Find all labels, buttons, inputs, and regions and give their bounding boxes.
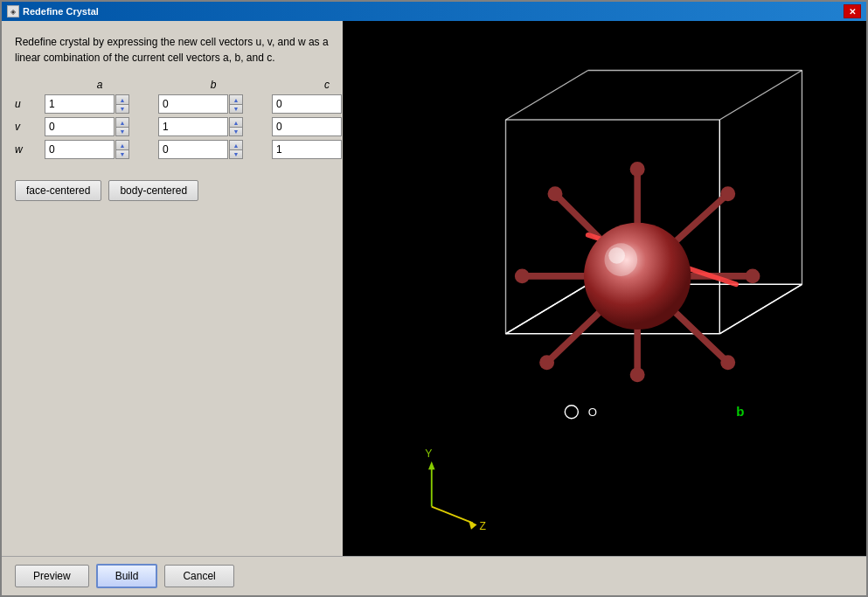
input-v-c[interactable] bbox=[272, 117, 342, 136]
spinner-down-u-a[interactable]: ▼ bbox=[115, 104, 129, 114]
svg-text:Y: Y bbox=[425, 448, 432, 460]
spinner-w-a: ▲ ▼ bbox=[41, 140, 155, 159]
spinner-u-b: ▲ ▼ bbox=[155, 94, 268, 114]
input-u-c[interactable] bbox=[272, 94, 342, 114]
content-area: Redefine crystal by expressing the new c… bbox=[2, 21, 866, 556]
header-a: a bbox=[43, 79, 156, 91]
row-label-v: v bbox=[15, 121, 41, 133]
preview-button[interactable]: Preview bbox=[15, 565, 89, 587]
close-button[interactable]: ✕ bbox=[844, 4, 861, 18]
matrix-row-w: w ▲ ▼ ▲ ▼ bbox=[15, 140, 330, 159]
input-v-a[interactable] bbox=[45, 117, 115, 136]
spinner-down-v-b[interactable]: ▼ bbox=[229, 127, 243, 136]
spinner-buttons-w-a: ▲ ▼ bbox=[115, 140, 129, 159]
input-v-b[interactable] bbox=[158, 117, 228, 136]
svg-point-33 bbox=[539, 355, 554, 370]
svg-point-32 bbox=[720, 186, 735, 201]
row-label-w: w bbox=[15, 143, 41, 156]
spinner-buttons-u-b: ▲ ▼ bbox=[229, 94, 243, 114]
spinner-down-w-b[interactable]: ▼ bbox=[229, 149, 243, 159]
header-empty bbox=[17, 79, 43, 91]
left-panel: Redefine crystal by expressing the new c… bbox=[2, 21, 343, 556]
spinner-buttons-v-b: ▲ ▼ bbox=[229, 117, 243, 136]
spinner-w-b: ▲ ▼ bbox=[155, 140, 268, 159]
svg-point-30 bbox=[548, 186, 563, 201]
spinner-down-w-a[interactable]: ▼ bbox=[115, 149, 129, 159]
svg-point-25 bbox=[608, 247, 625, 264]
body-centered-button[interactable]: body-centered bbox=[108, 180, 198, 201]
spinner-u-a: ▲ ▼ bbox=[41, 94, 155, 114]
spinner-up-w-b[interactable]: ▲ bbox=[229, 140, 243, 149]
title-bar-left: ◈ Redefine Crystal bbox=[7, 5, 99, 17]
bottom-buttons: Preview Build Cancel bbox=[2, 556, 866, 595]
app-icon: ◈ bbox=[7, 5, 19, 17]
svg-point-31 bbox=[720, 355, 735, 370]
matrix-section: a b c u ▲ ▼ bbox=[15, 79, 330, 163]
input-u-a[interactable] bbox=[45, 94, 115, 114]
matrix-row-u: u ▲ ▼ ▲ ▼ bbox=[15, 94, 330, 114]
preset-buttons: face-centered body-centered bbox=[15, 180, 330, 201]
svg-text:O: O bbox=[588, 406, 597, 419]
spinner-down-u-b[interactable]: ▼ bbox=[229, 104, 243, 114]
matrix-header: a b c bbox=[15, 79, 330, 91]
input-w-a[interactable] bbox=[45, 140, 115, 159]
row-label-u: u bbox=[15, 98, 41, 110]
svg-text:Z: Z bbox=[479, 520, 486, 532]
description-text: Redefine crystal by expressing the new c… bbox=[15, 34, 330, 66]
header-b: b bbox=[156, 79, 270, 91]
spinner-v-b: ▲ ▼ bbox=[155, 117, 268, 136]
title-bar: ◈ Redefine Crystal ✕ bbox=[2, 2, 866, 21]
spinner-buttons-u-a: ▲ ▼ bbox=[115, 94, 129, 114]
build-button[interactable]: Build bbox=[96, 564, 158, 588]
svg-point-26 bbox=[630, 162, 645, 177]
face-centered-button[interactable]: face-centered bbox=[15, 180, 101, 201]
input-u-b[interactable] bbox=[158, 94, 228, 114]
spinner-v-a: ▲ ▼ bbox=[41, 117, 155, 136]
spinner-buttons-w-b: ▲ ▼ bbox=[229, 140, 243, 159]
spinner-down-v-a[interactable]: ▼ bbox=[115, 127, 129, 136]
svg-point-28 bbox=[515, 268, 530, 283]
input-w-b[interactable] bbox=[158, 140, 228, 159]
viewport-panel[interactable]: O b Y Z bbox=[343, 21, 866, 556]
main-window: ◈ Redefine Crystal ✕ Redefine crystal by… bbox=[0, 0, 868, 597]
spinner-up-v-b[interactable]: ▲ bbox=[229, 117, 243, 127]
input-w-c[interactable] bbox=[272, 140, 342, 159]
matrix-row-v: v ▲ ▼ ▲ ▼ bbox=[15, 117, 330, 136]
spacer bbox=[15, 214, 330, 543]
spinner-up-v-a[interactable]: ▲ bbox=[115, 117, 129, 127]
spinner-up-u-a[interactable]: ▲ bbox=[115, 94, 129, 104]
svg-text:b: b bbox=[736, 404, 744, 419]
spinner-up-u-b[interactable]: ▲ bbox=[229, 94, 243, 104]
svg-point-27 bbox=[630, 367, 645, 382]
svg-point-23 bbox=[584, 223, 691, 330]
svg-point-29 bbox=[746, 268, 760, 283]
crystal-viewport: O b Y Z bbox=[343, 21, 866, 556]
window-title: Redefine Crystal bbox=[23, 6, 99, 17]
spinner-up-w-a[interactable]: ▲ bbox=[115, 140, 129, 149]
cancel-button[interactable]: Cancel bbox=[164, 565, 233, 587]
spinner-buttons-v-a: ▲ ▼ bbox=[115, 117, 129, 136]
